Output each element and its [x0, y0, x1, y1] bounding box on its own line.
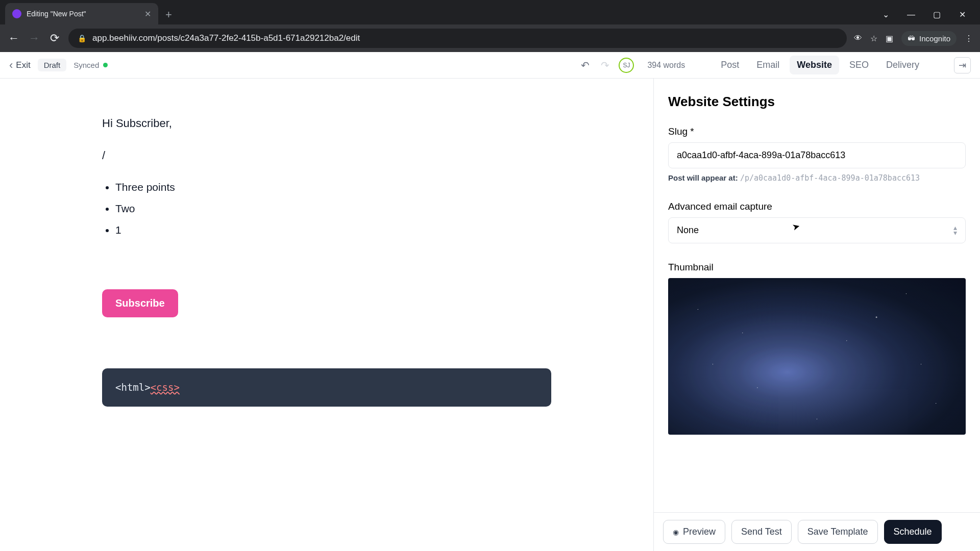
browser-toolbar: ← → ⟳ 🔒 app.beehiiv.com/posts/c24a3a77-2…	[0, 24, 980, 52]
reload-icon[interactable]: ⟳	[48, 32, 61, 45]
slug-hint: Post will appear at: /p/a0caa1d0-afbf-4a…	[668, 173, 966, 183]
chevron-updown-icon: ▴▾	[953, 226, 957, 236]
post-editor[interactable]: Hi Subscriber, / Three points Two 1 Subs…	[0, 79, 653, 468]
slash-command[interactable]: /	[102, 146, 551, 164]
sidebar-title: Website Settings	[668, 94, 966, 110]
word-count: 394 words	[647, 61, 685, 70]
tab-email[interactable]: Email	[749, 56, 787, 74]
exit-label: Exit	[16, 60, 30, 70]
url-text: app.beehiiv.com/posts/c24a3a77-2fe2-415b…	[92, 33, 360, 43]
back-icon[interactable]: ←	[7, 32, 20, 45]
undo-icon[interactable]: ↶	[579, 57, 592, 73]
thumbnail-image[interactable]	[668, 278, 966, 435]
toggle-panel-icon[interactable]: ⇥	[954, 57, 971, 73]
slug-field: Slug * Post will appear at: /p/a0caa1d0-…	[668, 126, 966, 183]
preview-label: Preview	[683, 527, 716, 537]
editor-scroll-area[interactable]: Hi Subscriber, / Three points Two 1 Subs…	[0, 79, 653, 551]
exit-button[interactable]: Exit	[9, 59, 31, 72]
maximize-icon[interactable]: ▢	[929, 10, 944, 19]
code-block[interactable]: <html><css>	[102, 368, 551, 406]
sync-status: Synced	[74, 61, 108, 69]
slug-input[interactable]	[668, 142, 966, 168]
chevron-left-icon	[9, 59, 13, 72]
email-capture-label: Advanced email capture	[668, 201, 966, 212]
tab-post[interactable]: Post	[714, 56, 746, 74]
tab-delivery[interactable]: Delivery	[879, 56, 926, 74]
draft-badge: Draft	[38, 59, 67, 71]
sidebar-scroll[interactable]: Website Settings Slug * Post will appear…	[654, 79, 980, 512]
favicon-icon	[12, 9, 21, 18]
synced-label: Synced	[74, 61, 99, 69]
browser-tab[interactable]: Editing "New Post" ✕	[5, 3, 158, 24]
greeting-line[interactable]: Hi Subscriber,	[102, 114, 551, 132]
code-html-tag: <html>	[115, 382, 151, 393]
tab-seo[interactable]: SEO	[842, 56, 876, 74]
minimize-icon[interactable]: ―	[903, 10, 919, 19]
list-item[interactable]: 1	[115, 221, 551, 239]
incognito-label: Incognito	[919, 34, 950, 43]
send-test-button[interactable]: Send Test	[731, 520, 792, 544]
avatar-initials: SJ	[623, 62, 630, 69]
eye-off-icon[interactable]: 👁	[854, 34, 862, 43]
eye-icon	[673, 527, 679, 537]
main-split: Hi Subscriber, / Three points Two 1 Subs…	[0, 79, 980, 551]
tab-website[interactable]: Website	[790, 56, 839, 74]
address-bar[interactable]: 🔒 app.beehiiv.com/posts/c24a3a77-2fe2-41…	[68, 29, 847, 48]
window-controls: ⌄ ― ▢ ✕	[868, 10, 980, 24]
save-template-button[interactable]: Save Template	[798, 520, 878, 544]
lock-icon: 🔒	[78, 34, 86, 42]
incognito-icon: 🕶	[908, 34, 915, 43]
settings-sidebar: Website Settings Slug * Post will appear…	[653, 79, 980, 551]
email-capture-select[interactable]: None ▴▾	[668, 217, 966, 243]
preview-button[interactable]: Preview	[663, 520, 725, 544]
slug-hint-prefix: Post will appear at:	[668, 173, 738, 182]
extensions-icon[interactable]: ▣	[886, 34, 893, 43]
incognito-badge[interactable]: 🕶 Incognito	[901, 31, 957, 46]
forward-icon: →	[28, 32, 41, 45]
redo-icon[interactable]: ↷	[599, 57, 611, 73]
thumbnail-field: Thumbnail	[668, 262, 966, 435]
status-dot-icon	[103, 63, 108, 67]
close-tab-icon[interactable]: ✕	[144, 9, 151, 19]
list-item[interactable]: Two	[115, 200, 551, 217]
thumbnail-label: Thumbnail	[668, 262, 966, 273]
new-tab-button[interactable]: +	[158, 8, 179, 24]
avatar[interactable]: SJ	[619, 58, 634, 73]
menu-icon[interactable]: ⋮	[965, 34, 973, 43]
app-toolbar: Exit Draft Synced ↶ ↷ SJ 394 words Post …	[0, 52, 980, 79]
browser-tab-strip: Editing "New Post" ✕ + ⌄ ― ▢ ✕	[0, 0, 980, 24]
settings-tabs: Post Email Website SEO Delivery	[714, 56, 926, 74]
tab-title: Editing "New Post"	[27, 10, 139, 18]
subscribe-button[interactable]: Subscribe	[102, 289, 178, 317]
close-window-icon[interactable]: ✕	[954, 10, 970, 19]
bullet-list[interactable]: Three points Two 1	[115, 179, 551, 238]
code-css-tag: <css>	[151, 382, 180, 393]
select-value: None	[677, 225, 699, 236]
email-capture-field: Advanced email capture None ▴▾	[668, 201, 966, 243]
schedule-button[interactable]: Schedule	[884, 520, 942, 544]
slug-hint-path: /p/a0caa1d0-afbf-4aca-899a-01a78bacc613	[740, 173, 920, 183]
list-item[interactable]: Three points	[115, 179, 551, 196]
slug-label: Slug *	[668, 126, 966, 137]
sidebar-footer: Preview Send Test Save Template Schedule	[654, 512, 980, 551]
tab-search-icon[interactable]: ⌄	[878, 10, 893, 19]
bookmark-icon[interactable]: ☆	[870, 34, 877, 43]
